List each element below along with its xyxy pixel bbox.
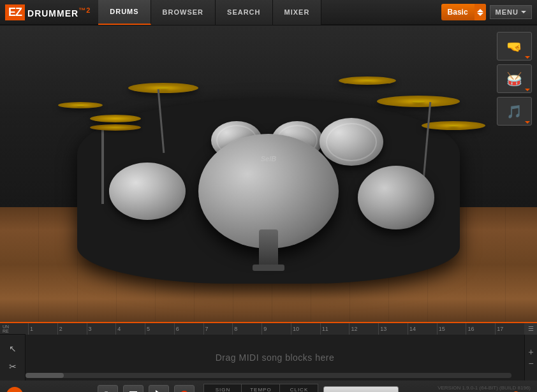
ruler-mark-7: 7 xyxy=(203,323,233,335)
sequencer-header: UN RE 1 2 3 4 5 6 7 8 9 10 11 12 13 14 1… xyxy=(0,323,537,335)
drag-midi-hint: Drag MIDI song blocks here xyxy=(216,352,335,363)
cymbal-stand-left xyxy=(158,89,165,153)
splash-cymbal[interactable] xyxy=(58,102,103,108)
play-icon xyxy=(156,390,163,393)
kick-pedal[interactable] xyxy=(259,229,278,268)
ruler-mark-12: 12 xyxy=(349,323,378,335)
play-button[interactable] xyxy=(149,385,169,393)
crash-cymbal-left[interactable] xyxy=(128,83,198,93)
timeline-ruler: 1 2 3 4 5 6 7 8 9 10 11 12 13 14 15 16 1… xyxy=(26,323,524,335)
floor-tom[interactable] xyxy=(358,166,434,229)
song-creator-button[interactable]: Song Creator xyxy=(323,386,399,393)
sign-tempo-area: SIGN 4/4 TEMPO 120 CLICK ⚡ xyxy=(203,384,318,392)
ruler-mark-13: 13 xyxy=(378,323,408,335)
instrument-panel-brushes[interactable]: 🥁 xyxy=(497,64,532,93)
app-header: EZ DRUMMER™2 DRUMS BROWSER SEARCH MIXER … xyxy=(0,0,537,25)
loop-button[interactable]: ↻ xyxy=(98,385,118,393)
ruler-mark-10: 10 xyxy=(291,323,320,335)
instrument-panels: 🤜 🥁 🎵 xyxy=(497,32,532,126)
version-text: VERSION 1.9.0-1 (64-BIT) (BUILD 8196) xyxy=(438,385,531,391)
click-block[interactable]: CLICK ⚡ xyxy=(280,384,318,392)
sequencer-menu-button[interactable]: ☰ xyxy=(524,323,537,335)
instrument-panel-hands[interactable]: 🤜 xyxy=(497,32,532,61)
preset-arrows[interactable] xyxy=(474,4,486,20)
drum-area: SelB 🤜 🥁 🎵 xyxy=(0,25,537,322)
panel-arrow-tambourine xyxy=(525,121,530,124)
tempo-block[interactable]: TEMPO 120 xyxy=(242,384,280,392)
sequencer-main-area[interactable]: Drag MIDI song blocks here xyxy=(26,335,524,381)
nav-tabs: DRUMS BROWSER SEARCH MIXER xyxy=(98,0,321,25)
drum-brand-logo: SelB xyxy=(261,155,276,163)
tab-browser[interactable]: BROWSER xyxy=(151,0,216,25)
ride-cymbal[interactable] xyxy=(377,96,460,107)
snare-drum[interactable] xyxy=(109,163,186,220)
time-signature-label: SIGN xyxy=(216,387,231,392)
sequencer-scrollbar-thumb[interactable] xyxy=(26,373,64,378)
tab-drums[interactable]: DRUMS xyxy=(98,0,151,25)
header-right: Basic MENU xyxy=(441,4,532,20)
logo-drummer: DRUMMER™2 xyxy=(27,6,91,18)
seq-controls: UN RE xyxy=(0,324,26,333)
ruler-mark-5: 5 xyxy=(145,323,174,335)
preset-name: Basic xyxy=(441,8,474,17)
zoom-in-button[interactable]: + xyxy=(528,347,533,356)
hihat-top-cymbal[interactable] xyxy=(90,115,141,122)
record-button[interactable] xyxy=(174,385,195,393)
ruler-marks: 1 2 3 4 5 6 7 8 9 10 11 12 13 14 15 16 1… xyxy=(28,323,524,335)
sequencer-zoom-panel: + − xyxy=(524,335,537,381)
stop-button[interactable] xyxy=(123,385,143,393)
toontrack-circle-icon: ⊕ xyxy=(6,387,23,393)
loop-icon: ↻ xyxy=(104,389,112,392)
sequencer-body: ↖ ✂ Drag MIDI song blocks here + − xyxy=(0,335,537,381)
ruler-mark-2: 2 xyxy=(57,323,87,335)
tom-3[interactable] xyxy=(320,118,383,166)
ruler-mark-6: 6 xyxy=(174,323,203,335)
panel-arrow-brushes xyxy=(525,89,530,91)
menu-arrow-icon xyxy=(521,11,526,13)
ruler-mark-8: 8 xyxy=(232,323,261,335)
scissors-tool[interactable]: ✂ xyxy=(6,360,19,373)
app-logo: EZ DRUMMER™2 xyxy=(5,4,98,20)
china-cymbal[interactable] xyxy=(422,121,485,130)
sequencer-panel: UN RE 1 2 3 4 5 6 7 8 9 10 11 12 13 14 1… xyxy=(0,322,537,379)
ruler-mark-9: 9 xyxy=(261,323,291,335)
sequencer-scrollbar[interactable] xyxy=(26,373,511,378)
tab-search[interactable]: SEARCH xyxy=(216,0,272,25)
hihat-stand xyxy=(101,127,104,204)
hihat-bottom-cymbal[interactable] xyxy=(90,124,141,131)
sequencer-left-panel: ↖ ✂ xyxy=(0,335,26,381)
toontrack-logo: ⊕ TOONTRACK xyxy=(6,387,86,393)
ruler-mark-16: 16 xyxy=(466,323,495,335)
preset-up-arrow[interactable] xyxy=(477,9,483,12)
ruler-mark-4: 4 xyxy=(115,323,145,335)
click-label: CLICK xyxy=(290,387,309,392)
undo-label[interactable]: UN xyxy=(3,324,9,329)
preset-down-arrow[interactable] xyxy=(477,13,483,16)
undo-redo-labels: UN RE xyxy=(3,324,9,333)
zoom-out-button[interactable]: − xyxy=(528,359,533,368)
time-signature-block[interactable]: SIGN 4/4 xyxy=(203,384,242,392)
ruler-mark-11: 11 xyxy=(320,323,349,335)
panel-arrow-hands xyxy=(525,56,530,59)
ruler-mark-15: 15 xyxy=(437,323,466,335)
tab-mixer[interactable]: MIXER xyxy=(273,0,322,25)
crash-cymbal-right[interactable] xyxy=(339,76,396,85)
redo-label[interactable]: RE xyxy=(3,329,9,333)
ruler-mark-14: 14 xyxy=(408,323,437,335)
logo-ez: EZ xyxy=(5,4,25,20)
drum-scene: SelB xyxy=(45,45,492,287)
tempo-label: TEMPO xyxy=(250,387,271,392)
select-tool[interactable]: ↖ xyxy=(6,342,19,355)
instrument-panel-tambourine[interactable]: 🎵 xyxy=(497,97,532,126)
preset-selector[interactable]: Basic xyxy=(441,4,486,20)
ruler-mark-17: 17 xyxy=(495,323,524,335)
ruler-mark-1: 1 xyxy=(28,323,57,335)
menu-button[interactable]: MENU xyxy=(490,5,532,19)
ruler-mark-3: 3 xyxy=(87,323,116,335)
cymbal-stand-right xyxy=(423,102,431,178)
